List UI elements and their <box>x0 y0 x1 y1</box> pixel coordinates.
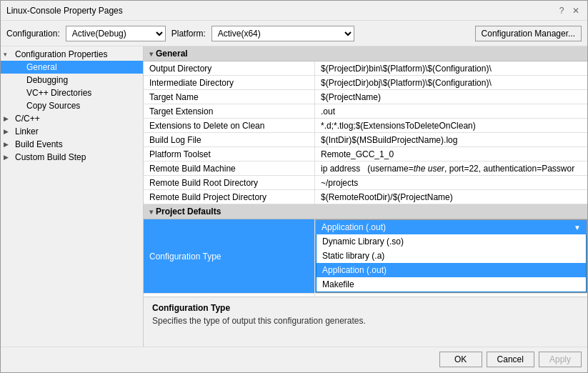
table-row[interactable]: Intermediate Directory $(ProjectDir)obj\… <box>144 76 587 90</box>
sidebar-item-label: C/C++ <box>15 114 40 124</box>
table-row[interactable]: Remote Build Root Directory ~/projects <box>144 176 587 190</box>
table-row[interactable]: Extensions to Delete on Clean *.d;*.tlog… <box>144 119 587 133</box>
prop-value: $(ProjectDir)obj\$(Platform)\$(Configura… <box>315 76 587 89</box>
dropdown-arrow-icon: ▼ <box>574 224 581 232</box>
sidebar-item-label: Copy Sources <box>26 101 80 111</box>
sidebar-item-custom-build[interactable]: ▶ Custom Build Step <box>1 151 143 164</box>
platform-label: Platform: <box>171 29 206 39</box>
project-defaults-section-header[interactable]: ▾ Project Defaults <box>144 204 587 219</box>
sidebar-item-debugging[interactable]: Debugging <box>1 74 143 86</box>
prop-name: Remote Build Machine <box>144 161 315 175</box>
description-text: Specifies the type of output this config… <box>152 316 579 326</box>
title-controls: ? ✕ <box>556 5 582 16</box>
sidebar-item-linker[interactable]: ▶ Linker <box>1 125 143 138</box>
table-row[interactable]: Target Extension .out <box>144 104 587 119</box>
prop-value: $(ProjectDir)bin\$(Platform)\$(Configura… <box>315 61 587 75</box>
config-select[interactable]: Active(Debug) <box>66 26 166 41</box>
table-row[interactable]: Remote Build Project Directory $(RemoteR… <box>144 190 587 204</box>
sidebar-item-cpp[interactable]: ▶ C/C++ <box>1 112 143 125</box>
prop-name: Target Name <box>144 90 315 104</box>
dropdown-option[interactable]: Static library (.a) <box>317 249 586 263</box>
prop-value: Remote_GCC_1_0 <box>315 147 587 161</box>
prop-name: Intermediate Directory <box>144 76 315 89</box>
sidebar-item-vc-dirs[interactable]: VC++ Directories <box>1 86 143 99</box>
sidebar-item-label: Custom Build Step <box>15 152 86 162</box>
dropdown-selected-value: Application (.out) <box>322 222 386 232</box>
sidebar-item-label: VC++ Directories <box>26 88 91 98</box>
dropdown-option-selected[interactable]: Application (.out) <box>317 263 586 277</box>
prop-name: Output Directory <box>144 61 315 75</box>
sidebar-item-label: Linker <box>15 126 39 136</box>
prop-name: Target Extension <box>144 104 315 118</box>
sidebar-item-label: General <box>26 62 57 72</box>
description-title: Configuration Type <box>152 303 579 313</box>
window-title: Linux-Console Property Pages <box>6 6 123 16</box>
prop-value: $(ProjectName) <box>315 90 587 104</box>
expand-arrow: ▶ <box>4 115 15 122</box>
table-row[interactable]: Platform Toolset Remote_GCC_1_0 <box>144 147 587 161</box>
prop-value: $(IntDir)$(MSBuildProjectName).log <box>315 133 587 146</box>
prop-name: Extensions to Delete on Clean <box>144 119 315 132</box>
expand-arrow: ▶ <box>4 141 15 148</box>
section-title: Project Defaults <box>156 207 221 217</box>
table-row[interactable]: Build Log File $(IntDir)$(MSBuildProject… <box>144 133 587 147</box>
sidebar-item-label: Debugging <box>26 75 68 85</box>
prop-value: $(RemoteRootDir)/$(ProjectName) <box>315 190 587 204</box>
prop-value: ~/projects <box>315 176 587 189</box>
main-panel: ▾ General Output Directory $(ProjectDir)… <box>144 46 587 347</box>
sidebar-item-general[interactable]: General <box>1 61 143 74</box>
prop-name: Build Log File <box>144 133 315 146</box>
prop-value: ip address (username=the user, port=22, … <box>315 161 587 175</box>
sidebar: ▾ Configuration Properties General Debug… <box>1 46 144 347</box>
content-area: ▾ Configuration Properties General Debug… <box>1 46 587 347</box>
prop-name: Remote Build Project Directory <box>144 190 315 204</box>
config-type-dropdown[interactable]: Application (.out) ▼ Dynamic Library (.s… <box>315 219 587 293</box>
apply-button[interactable]: Apply <box>539 352 582 367</box>
section-toggle-icon: ▾ <box>149 50 153 58</box>
expand-arrow: ▶ <box>4 128 15 135</box>
table-row[interactable]: Output Directory $(ProjectDir)bin\$(Plat… <box>144 61 587 76</box>
bottom-bar: OK Cancel Apply <box>1 347 587 372</box>
description-panel: Configuration Type Specifies the type of… <box>144 297 587 347</box>
sidebar-item-config-props[interactable]: ▾ Configuration Properties <box>1 48 143 61</box>
general-section-header[interactable]: ▾ General <box>144 46 587 61</box>
main-window: Linux-Console Property Pages ? ✕ Configu… <box>0 0 588 373</box>
section-toggle-icon: ▾ <box>149 208 153 216</box>
dropdown-options-list: Dynamic Library (.so) Static library (.a… <box>316 234 587 292</box>
section-title: General <box>156 49 188 59</box>
dropdown-header[interactable]: Application (.out) ▼ <box>316 220 587 234</box>
prop-value: *.d;*.tlog;$(ExtensionsToDeleteOnClean) <box>315 119 587 132</box>
toolbar: Configuration: Active(Debug) Platform: A… <box>1 21 587 46</box>
prop-value: Application (.out) ▼ Dynamic Library (.s… <box>315 219 587 293</box>
table-row[interactable]: Target Name $(ProjectName) <box>144 90 587 104</box>
prop-name: Configuration Type <box>144 219 315 293</box>
config-label: Configuration: <box>6 29 60 39</box>
expand-arrow: ▶ <box>4 154 15 161</box>
prop-value: .out <box>315 104 587 118</box>
sidebar-item-build-events[interactable]: ▶ Build Events <box>1 138 143 151</box>
expand-arrow: ▾ <box>4 51 15 58</box>
properties-table: ▾ General Output Directory $(ProjectDir)… <box>144 46 587 297</box>
ok-button[interactable]: OK <box>439 352 482 367</box>
table-row-config-type[interactable]: Configuration Type Application (.out) ▼ … <box>144 219 587 294</box>
title-bar: Linux-Console Property Pages ? ✕ <box>1 1 587 21</box>
prop-name: Platform Toolset <box>144 147 315 161</box>
sidebar-item-label: Configuration Properties <box>15 49 107 59</box>
table-row[interactable]: Remote Build Machine ip address (usernam… <box>144 161 587 176</box>
sidebar-item-copy-sources[interactable]: Copy Sources <box>1 99 143 112</box>
platform-select[interactable]: Active(x64) <box>211 26 354 41</box>
close-button[interactable]: ✕ <box>570 5 582 16</box>
dropdown-option[interactable]: Makefile <box>317 277 586 292</box>
prop-name: Remote Build Root Directory <box>144 176 315 189</box>
dropdown-option[interactable]: Dynamic Library (.so) <box>317 234 586 249</box>
cancel-button[interactable]: Cancel <box>487 352 534 367</box>
help-button[interactable]: ? <box>556 5 567 16</box>
sidebar-item-label: Build Events <box>15 139 63 149</box>
config-manager-button[interactable]: Configuration Manager... <box>475 26 582 41</box>
